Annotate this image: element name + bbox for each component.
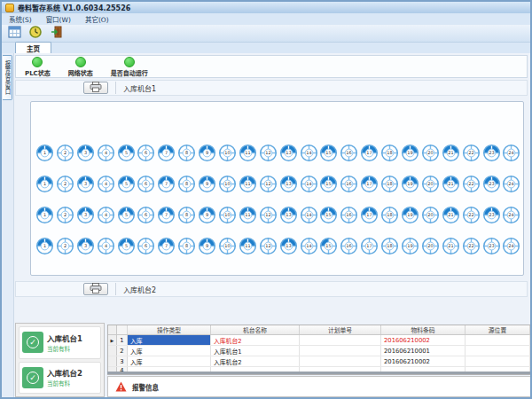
slot-r4-10-empty[interactable]: 10: [218, 237, 237, 255]
table-cell[interactable]: 入库: [128, 335, 211, 345]
slot-r1-21-filled[interactable]: 21: [442, 144, 460, 162]
slot-r1-13-filled[interactable]: 13: [279, 144, 298, 162]
table-row[interactable]: 2入库入库机台1201606210001: [108, 346, 530, 356]
table-cell[interactable]: [466, 335, 530, 345]
slot-r1-14-empty[interactable]: 14: [300, 144, 318, 162]
slot-r1-17-filled[interactable]: 17: [360, 144, 379, 162]
table-cell[interactable]: 操作类型: [128, 325, 211, 334]
table-cell[interactable]: [108, 325, 117, 334]
tab-home[interactable]: 主页: [15, 42, 51, 54]
clock-button[interactable]: [27, 27, 44, 41]
slot-r2-2-empty[interactable]: 2: [56, 175, 74, 193]
slot-r4-3-filled[interactable]: 3: [76, 237, 95, 255]
print-button-station2[interactable]: [83, 283, 108, 295]
slot-r4-1-filled[interactable]: 1: [35, 237, 54, 255]
menu-item[interactable]: 其它(O): [85, 14, 109, 24]
slot-r2-1-filled[interactable]: 1: [35, 175, 54, 193]
table-row[interactable]: 3入库入库机台2201606210002: [108, 356, 530, 367]
table-cell[interactable]: 201606210002: [381, 356, 466, 366]
table-cell[interactable]: 2: [117, 346, 128, 356]
slot-r2-3-filled[interactable]: 3: [76, 175, 95, 193]
menu-item[interactable]: 窗口(W): [46, 14, 71, 24]
slot-r2-20-empty[interactable]: 20: [421, 175, 440, 193]
slot-r1-24-empty[interactable]: 24: [502, 144, 520, 162]
dock-tab-alarm[interactable]: 报警信息窗口: [3, 55, 12, 100]
slot-r3-24-empty[interactable]: 24: [502, 206, 520, 224]
slot-r3-8-empty[interactable]: 8: [177, 206, 196, 224]
slot-r2-14-empty[interactable]: 14: [300, 175, 318, 193]
grid-splitter[interactable]: [107, 372, 531, 374]
slot-r4-18-empty[interactable]: 18: [380, 237, 399, 255]
slot-r4-24-empty[interactable]: 24: [502, 237, 520, 255]
slot-r4-8-empty[interactable]: 8: [177, 237, 196, 255]
slot-r4-13-filled[interactable]: 13: [279, 237, 298, 255]
table-cell[interactable]: [300, 356, 381, 366]
table-cell[interactable]: 计划单号: [300, 325, 381, 334]
slot-r2-22-empty[interactable]: 22: [462, 175, 481, 193]
slot-r1-16-empty[interactable]: 16: [340, 144, 358, 162]
slot-r1-20-empty[interactable]: 20: [421, 144, 440, 162]
table-cell[interactable]: 入库机台2: [211, 356, 300, 366]
slot-r3-3-filled[interactable]: 3: [76, 206, 95, 224]
slot-r2-16-empty[interactable]: 16: [340, 175, 358, 193]
slot-r1-7-filled[interactable]: 7: [157, 144, 176, 162]
slot-r3-23-filled[interactable]: 23: [482, 206, 501, 224]
slot-r3-1-filled[interactable]: 1: [35, 206, 54, 224]
slot-r4-21-empty[interactable]: 21: [442, 237, 460, 255]
table-cell[interactable]: [117, 325, 128, 334]
slot-r2-8-empty[interactable]: 8: [177, 175, 196, 193]
slot-r4-5-filled[interactable]: 5: [117, 237, 136, 255]
slot-r2-15-filled[interactable]: 15: [319, 175, 338, 193]
slot-r2-19-filled[interactable]: 19: [401, 175, 419, 193]
slot-r2-7-filled[interactable]: 7: [157, 175, 176, 193]
slot-r3-12-empty[interactable]: 12: [259, 206, 278, 224]
table-cell[interactable]: 入库: [128, 356, 211, 366]
slot-r4-23-empty[interactable]: 23: [482, 237, 501, 255]
slot-r4-12-empty[interactable]: 12: [259, 237, 278, 255]
slot-r4-22-empty[interactable]: 22: [462, 237, 481, 255]
table-cell[interactable]: 入库: [128, 346, 211, 356]
slot-r1-1-filled[interactable]: 1: [35, 144, 54, 162]
slot-r2-23-filled[interactable]: 23: [482, 175, 501, 193]
slot-r3-4-empty[interactable]: 4: [97, 206, 115, 224]
table-cell[interactable]: 入库机台2: [211, 335, 300, 345]
table-cell[interactable]: [300, 346, 381, 356]
calendar-button[interactable]: [5, 27, 23, 41]
station-card[interactable]: ✓ 入库机台2 当前有料: [19, 362, 101, 395]
slot-r1-5-filled[interactable]: 5: [117, 144, 136, 162]
table-cell[interactable]: 物料条码: [381, 325, 466, 334]
slot-r4-4-empty[interactable]: 4: [97, 237, 115, 255]
table-cell[interactable]: ▶: [108, 335, 117, 345]
slot-r2-4-empty[interactable]: 4: [97, 175, 115, 193]
slot-r3-21-filled[interactable]: 21: [442, 206, 460, 224]
slot-r1-8-empty[interactable]: 8: [177, 144, 196, 162]
slot-r2-12-empty[interactable]: 12: [259, 175, 278, 193]
slot-r1-10-empty[interactable]: 10: [218, 144, 237, 162]
slot-r2-6-empty[interactable]: 6: [137, 175, 155, 193]
slot-r2-5-filled[interactable]: 5: [117, 175, 136, 193]
slot-r2-10-empty[interactable]: 10: [218, 175, 237, 193]
print-button-station1[interactable]: [83, 82, 108, 94]
slot-r1-22-empty[interactable]: 22: [462, 144, 481, 162]
slot-r3-14-empty[interactable]: 14: [300, 206, 318, 224]
slot-r3-16-empty[interactable]: 16: [340, 206, 358, 224]
slot-r4-17-empty[interactable]: 17: [360, 237, 379, 255]
station-card[interactable]: ✓ 入库机台1 当前有料: [19, 326, 101, 359]
table-cell[interactable]: 201606210001: [381, 346, 466, 356]
menu-item[interactable]: 系统(S): [9, 14, 32, 24]
table-cell[interactable]: [466, 356, 530, 366]
slot-r3-7-filled[interactable]: 7: [157, 206, 176, 224]
slot-r1-19-filled[interactable]: 19: [401, 144, 419, 162]
slot-r1-6-empty[interactable]: 6: [137, 144, 155, 162]
slot-r1-4-empty[interactable]: 4: [97, 144, 115, 162]
slot-r1-2-empty[interactable]: 2: [56, 144, 74, 162]
slot-r1-23-filled[interactable]: 23: [482, 144, 501, 162]
slot-r4-11-filled[interactable]: 11: [239, 237, 257, 255]
slot-r2-13-filled[interactable]: 13: [279, 175, 298, 193]
slot-r3-2-empty[interactable]: 2: [56, 206, 74, 224]
slot-r2-21-filled[interactable]: 21: [442, 175, 460, 193]
slot-r2-18-empty[interactable]: 18: [380, 175, 399, 193]
slot-r1-12-empty[interactable]: 12: [259, 144, 278, 162]
table-cell[interactable]: [300, 335, 381, 345]
slot-r4-20-empty[interactable]: 20: [421, 237, 440, 255]
